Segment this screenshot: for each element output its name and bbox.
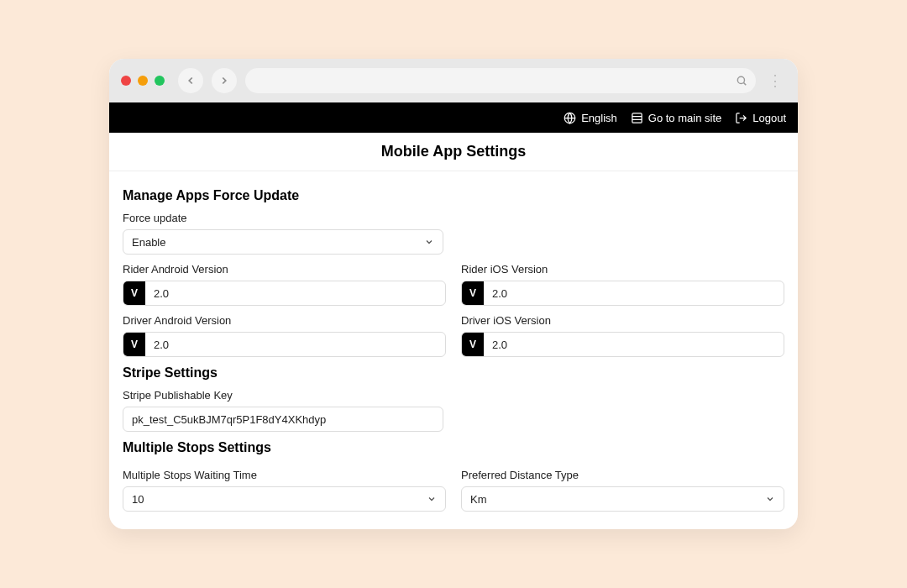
stops-heading: Multiple Stops Settings bbox=[123, 440, 784, 455]
address-bar[interactable] bbox=[245, 68, 756, 93]
back-button[interactable] bbox=[178, 68, 203, 93]
main-site-label: Go to main site bbox=[648, 112, 721, 124]
go-to-main-site-link[interactable]: Go to main site bbox=[631, 112, 721, 124]
stripe-key-input[interactable]: pk_test_C5ukBJM7qr5P1F8dY4XKhdyp bbox=[123, 407, 443, 431]
svg-point-0 bbox=[737, 76, 744, 83]
driver-android-label: Driver Android Version bbox=[123, 314, 446, 327]
driver-ios-field[interactable]: V 2.0 bbox=[461, 332, 784, 357]
driver-android-field[interactable]: V 2.0 bbox=[123, 332, 446, 357]
window-controls bbox=[121, 76, 165, 86]
globe-icon bbox=[564, 112, 576, 124]
rider-ios-input[interactable]: 2.0 bbox=[484, 281, 784, 305]
force-update-label: Force update bbox=[123, 212, 443, 224]
version-prefix: V bbox=[123, 281, 145, 305]
settings-content: Manage Apps Force Update Force update En… bbox=[109, 171, 798, 529]
stripe-heading: Stripe Settings bbox=[123, 365, 784, 381]
rider-ios-field[interactable]: V 2.0 bbox=[461, 281, 784, 306]
language-label: English bbox=[581, 112, 617, 124]
stripe-key-field[interactable]: pk_test_C5ukBJM7qr5P1F8dY4XKhdyp bbox=[123, 407, 443, 432]
chevron-down-icon bbox=[427, 494, 437, 504]
distance-type-select[interactable]: Km bbox=[461, 486, 784, 512]
logout-icon bbox=[735, 112, 747, 124]
maximize-dot[interactable] bbox=[155, 76, 165, 86]
minimize-dot[interactable] bbox=[138, 76, 148, 86]
distance-type-label: Preferred Distance Type bbox=[461, 469, 784, 481]
page-title: Mobile App Settings bbox=[109, 133, 798, 171]
rider-android-input[interactable]: 2.0 bbox=[145, 281, 445, 305]
driver-android-input[interactable]: 2.0 bbox=[145, 333, 445, 356]
logout-label: Logout bbox=[752, 112, 786, 124]
waiting-time-label: Multiple Stops Waiting Time bbox=[123, 469, 446, 481]
search-icon bbox=[736, 75, 747, 87]
site-icon bbox=[631, 112, 643, 124]
rider-ios-label: Rider iOS Version bbox=[461, 263, 784, 276]
chevron-down-icon bbox=[424, 237, 434, 247]
waiting-time-select[interactable]: 10 bbox=[123, 486, 446, 512]
admin-topbar: English Go to main site Logout bbox=[109, 102, 798, 133]
driver-ios-input[interactable]: 2.0 bbox=[484, 333, 784, 356]
logout-link[interactable]: Logout bbox=[735, 112, 786, 124]
app-window: ⋮ English Go to main site Logout Mobile … bbox=[109, 59, 798, 529]
language-selector[interactable]: English bbox=[564, 112, 617, 124]
version-prefix: V bbox=[462, 281, 484, 305]
driver-ios-label: Driver iOS Version bbox=[461, 314, 784, 327]
waiting-time-value: 10 bbox=[132, 493, 144, 506]
forward-button[interactable] bbox=[212, 68, 237, 93]
stripe-key-label: Stripe Publishable Key bbox=[123, 389, 443, 402]
distance-type-value: Km bbox=[470, 493, 487, 506]
force-update-heading: Manage Apps Force Update bbox=[123, 188, 784, 203]
browser-chrome: ⋮ bbox=[109, 59, 798, 102]
force-update-value: Enable bbox=[132, 236, 165, 249]
svg-rect-4 bbox=[632, 113, 642, 122]
force-update-select[interactable]: Enable bbox=[123, 229, 443, 255]
rider-android-field[interactable]: V 2.0 bbox=[123, 281, 446, 306]
chevron-down-icon bbox=[765, 494, 775, 504]
svg-line-1 bbox=[744, 83, 747, 86]
browser-menu-icon[interactable]: ⋮ bbox=[764, 78, 786, 83]
version-prefix: V bbox=[462, 333, 484, 356]
version-prefix: V bbox=[123, 333, 145, 356]
close-dot[interactable] bbox=[121, 76, 131, 86]
rider-android-label: Rider Android Version bbox=[123, 263, 446, 276]
